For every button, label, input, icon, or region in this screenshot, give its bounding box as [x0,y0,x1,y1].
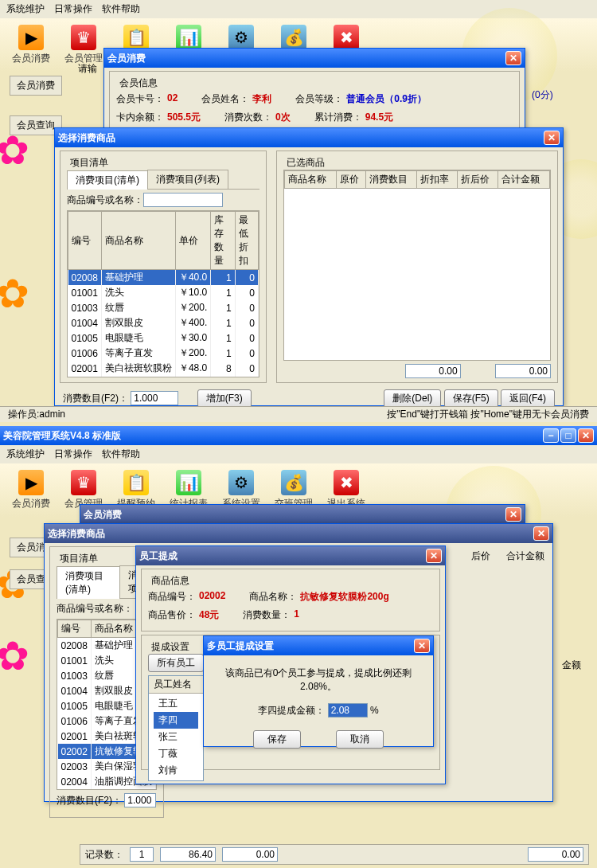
member-info-legend: 会员信息 [116,76,513,90]
all-emp-button[interactable]: 所有员工 [148,654,204,672]
delete-button[interactable]: 删除(Del) [384,389,441,408]
col-header[interactable]: 单价 [175,212,210,270]
add-button[interactable]: 增加(F3) [197,389,252,408]
employee-item[interactable]: 丁薇 [154,745,198,762]
menu-item[interactable]: 软件帮助 [102,448,140,461]
table-row[interactable]: 01006等离子直发￥200.10 [68,346,259,361]
col-after-price: 后价 [471,549,490,563]
employee-list[interactable]: 员工姓名 王五李四张三丁薇刘肯 [148,675,204,781]
total-consume: 94.5元 [365,111,393,124]
dialog-msg: 该商品已有0个员工参与提成，提成比例还剩2.08%。 [215,667,422,694]
search-label: 商品编号或名称： [57,603,133,614]
tab-grid[interactable]: 消费项目(列表) [147,170,228,189]
toolbar-icon: 📊 [176,470,201,495]
window-title: 选择消费商品 [48,527,105,541]
footer-val1 [160,847,216,862]
col-header[interactable]: 最低折扣 [235,212,258,270]
table-row[interactable]: 01001洗头￥10.010 [68,285,259,300]
menu-item[interactable]: 日常操作 [54,448,92,461]
return-button[interactable]: 返回(F4) [501,389,555,408]
percent-label: % [370,705,379,716]
toolbar-icon: 📋 [123,25,149,50]
member-consume-window: 会员消费 ✕ [80,504,525,525]
statusbar: 操作员:admin 按"End"键打开钱箱 按"Home"键用无卡会员消费 [0,406,597,422]
member-level: 普通会员（0.9折） [346,92,427,106]
table-row[interactable]: 01005电眼睫毛￥30.010 [68,330,259,346]
col-header[interactable]: 合计金额 [498,171,550,189]
proj-legend: 项目清单 [67,156,259,170]
col-header[interactable]: 原价 [336,171,365,189]
toolbar-icon: 💰 [281,25,306,50]
table-row[interactable]: 01004割双眼皮￥400.10 [68,315,259,330]
search-label: 商品编号或名称： [67,194,143,205]
col-total: 合计金额 [506,549,544,563]
tab-list[interactable]: 消费项目(清单) [57,566,120,599]
cancel-button[interactable]: 取消 [336,730,384,749]
balance: 505.5元 [167,111,201,124]
toolbar-icon: 📋 [123,470,149,495]
commission-input[interactable] [328,703,368,717]
footer-val3 [528,847,583,862]
goods-qty: 1 [294,608,299,622]
toolbar-icon: ▶ [18,25,44,50]
table-row[interactable]: 02008基础护理￥40.010 [68,270,259,286]
close-icon[interactable]: ✕ [578,428,594,443]
table-row[interactable]: 02002抗敏修复软膜粉￥48.0100 [68,376,259,377]
menu-item[interactable]: 日常操作 [54,2,92,16]
save-button[interactable]: 保存 [253,730,301,749]
menu-item[interactable]: 系统维护 [6,2,45,16]
close-icon[interactable]: ✕ [414,639,430,653]
col-header[interactable]: 编号 [58,620,92,638]
col-header[interactable]: 商品名称 [285,171,337,189]
tab-list[interactable]: 消费项目(清单) [67,170,148,190]
close-icon[interactable]: ✕ [505,51,521,65]
employee-item[interactable]: 王五 [154,695,198,712]
goods-name: 抗敏修复软膜粉200g [300,590,388,604]
status-hint: 按"End"键打开钱箱 按"Home"键用无卡会员消费 [387,408,589,421]
side-member-consume[interactable]: 会员消费 [10,76,62,96]
employee-item[interactable]: 李四 [154,712,198,729]
toolbar-会员消费[interactable]: ▶会员消费 [12,25,50,65]
col-header[interactable]: 库存数量 [211,212,235,270]
close-icon[interactable]: ✕ [533,526,549,541]
minimize-icon[interactable]: − [543,428,559,443]
menu-item[interactable]: 系统维护 [6,448,45,461]
toolbar-label: 会员消费 [12,52,50,65]
toolbar-会员管理[interactable]: ♛会员管理 [64,25,103,65]
toolbar-会员消费[interactable]: ▶会员消费 [12,470,50,510]
points-badge: (0分) [532,88,553,102]
col-header[interactable]: 折扣率 [417,171,458,189]
qty-input[interactable] [124,793,156,807]
search-input[interactable] [143,193,223,207]
toolbar-icon: ✖ [334,25,359,50]
member-name: 李利 [252,92,271,106]
toolbar-icon: ⚙ [228,470,254,495]
table-row[interactable]: 01003纹唇￥200.10 [68,300,259,315]
close-icon[interactable]: ✕ [426,549,442,563]
qty-input[interactable] [131,391,178,405]
maximize-icon[interactable]: □ [560,428,576,443]
window-title: 选择消费商品 [58,131,115,145]
save-button[interactable]: 保存(F5) [444,389,498,408]
col-header[interactable]: 消费数目 [365,171,417,189]
balance-label: 卡内余额： [116,111,164,124]
col-header[interactable]: 折后价 [458,171,498,189]
qty-label: 消费数目(F2)： [63,393,128,404]
selected-table[interactable]: 商品名称原价消费数目折扣率折后价合计金额 [284,170,550,189]
employee-item[interactable]: 刘肯 [154,762,198,779]
close-icon[interactable]: ✕ [505,507,521,522]
goods-table[interactable]: 编号商品名称单价库存数量最低折扣02008基础护理￥40.01001001洗头￥… [68,211,259,377]
card-no: 02 [167,92,178,106]
toolbar-icon: ⚙ [228,25,254,50]
col-header[interactable]: 商品名称 [101,212,175,270]
employee-item[interactable]: 张三 [154,729,198,745]
table-row[interactable]: 02001美白祛斑软膜粉￥48.080 [68,361,259,376]
menu-item[interactable]: 软件帮助 [102,2,140,16]
goods-price-label: 商品售价： [148,608,196,622]
close-icon[interactable]: ✕ [544,131,560,145]
col-header[interactable]: 编号 [68,212,102,270]
toolbar-icon: ✖ [334,470,359,495]
toolbar-label: 会员消费 [12,497,50,510]
window-title: 会员消费 [107,52,146,65]
selected-legend: 已选商品 [283,156,551,170]
